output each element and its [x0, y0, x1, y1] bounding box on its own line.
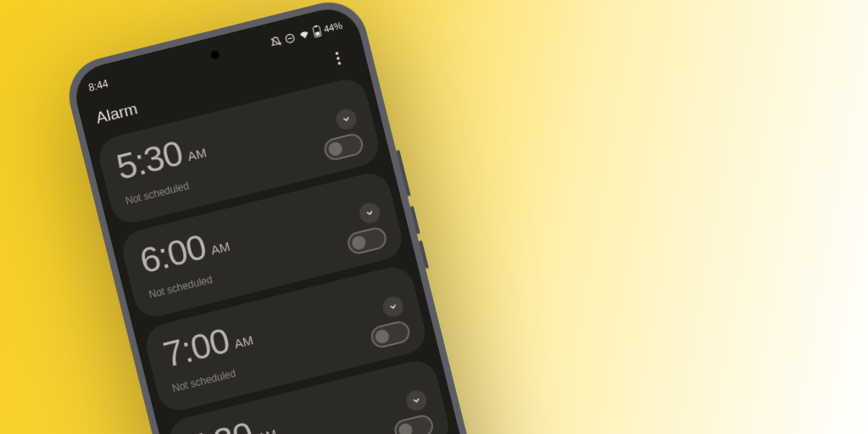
chevron-down-icon [364, 207, 376, 220]
svg-line-1 [287, 37, 292, 38]
alarm-ampm: AM [233, 332, 255, 351]
svg-rect-3 [314, 25, 318, 28]
alarm-toggle[interactable] [369, 319, 412, 349]
alarm-ampm: AM [209, 239, 231, 258]
chevron-down-icon [340, 113, 353, 125]
svg-point-5 [335, 52, 338, 55]
alarm-toggle[interactable] [392, 413, 436, 434]
svg-rect-4 [315, 31, 320, 36]
phone-mockup: 8:44 [289, 278, 745, 434]
alarm-time[interactable]: 7:30 AM [183, 410, 279, 434]
volume-down-button [419, 240, 429, 269]
expand-button[interactable] [334, 107, 359, 131]
battery-icon [312, 25, 322, 38]
wifi-icon [298, 28, 312, 42]
chevron-down-icon [387, 301, 399, 314]
more-options-button[interactable] [324, 44, 353, 73]
expand-button[interactable] [358, 201, 382, 225]
do-not-disturb-icon [283, 31, 297, 45]
expand-button[interactable] [404, 388, 429, 413]
more-vert-icon [335, 52, 342, 65]
alarm-ampm: AM [186, 145, 208, 164]
svg-point-7 [337, 62, 341, 65]
chevron-down-icon [410, 394, 423, 407]
expand-button[interactable] [381, 294, 405, 319]
alarm-toggle[interactable] [346, 225, 389, 256]
phone-screen: 8:44 [70, 3, 509, 434]
svg-point-6 [337, 57, 340, 60]
phone-frame: 8:44 [61, 0, 517, 434]
volume-up-button [410, 206, 420, 235]
battery-percentage: 44% [323, 20, 343, 35]
alarm-toggle[interactable] [322, 131, 365, 162]
page-title: Alarm [94, 99, 139, 127]
alarm-time-text: 7:30 [183, 416, 256, 434]
alarm-ampm: AM [256, 426, 278, 434]
dnd-off-icon [270, 35, 283, 48]
status-clock: 8:44 [87, 78, 109, 94]
